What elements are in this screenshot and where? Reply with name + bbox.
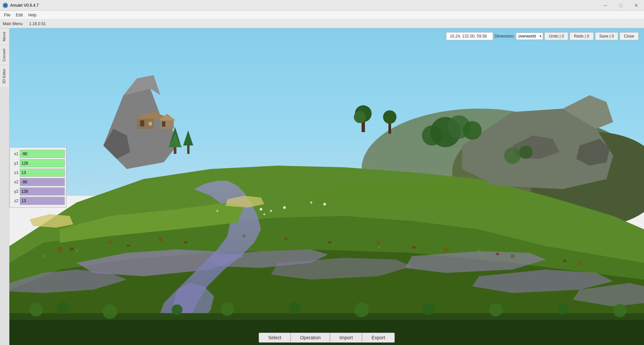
- menu-help[interactable]: Help: [25, 12, 39, 18]
- z2-input[interactable]: [20, 197, 65, 205]
- svg-rect-33: [328, 241, 331, 243]
- svg-point-66: [216, 210, 218, 212]
- svg-rect-30: [127, 244, 130, 247]
- x1-label: x1: [11, 152, 18, 156]
- menubar: File Edit Help: [0, 11, 644, 19]
- tab-about[interactable]: About: [0, 28, 9, 45]
- svg-point-87: [423, 303, 435, 315]
- tab-3d-editor[interactable]: 3D Editor: [0, 65, 9, 87]
- dimension-wrapper: overworld nether end: [516, 33, 543, 40]
- svg-point-65: [323, 203, 326, 206]
- app-icon: [3, 3, 8, 8]
- import-button[interactable]: Import: [330, 333, 363, 343]
- svg-rect-32: [284, 238, 287, 240]
- z1-input-wrapper: ▲ ▼: [20, 169, 65, 177]
- export-button[interactable]: Export: [362, 333, 395, 343]
- tab-convert[interactable]: Convert: [0, 45, 9, 65]
- svg-rect-34: [412, 246, 416, 249]
- svg-rect-73: [43, 254, 44, 257]
- svg-point-69: [422, 125, 442, 146]
- svg-rect-76: [378, 246, 380, 249]
- version-label: 1.16.0.51: [29, 21, 46, 26]
- svg-point-53: [383, 110, 396, 124]
- svg-point-81: [57, 302, 69, 314]
- maximize-button[interactable]: □: [613, 0, 629, 11]
- side-tabs: About Convert 3D Editor: [0, 28, 9, 345]
- coord-panel: x1 ▲ ▼ y1 ▲ ▼: [9, 147, 66, 208]
- y1-row: y1 ▲ ▼: [11, 159, 65, 168]
- close-button[interactable]: ✕: [629, 0, 644, 11]
- x1-input[interactable]: [20, 150, 65, 158]
- svg-point-86: [354, 302, 369, 317]
- svg-point-90: [613, 304, 627, 317]
- svg-point-25: [376, 241, 380, 245]
- x1-row: x1 ▲ ▼: [11, 150, 65, 158]
- menu-file[interactable]: File: [1, 12, 13, 18]
- svg-point-70: [463, 121, 482, 140]
- dimension-select[interactable]: overworld nether end: [516, 33, 543, 40]
- svg-rect-48: [162, 121, 165, 127]
- undo-button[interactable]: Undo | 0: [544, 32, 568, 40]
- y1-input[interactable]: [20, 160, 65, 167]
- x1-input-wrapper: ▲ ▼: [20, 150, 65, 158]
- svg-rect-45: [149, 122, 152, 125]
- menu-edit[interactable]: Edit: [13, 12, 25, 18]
- titlebar: Amulet V0.6.4.7 ─ □ ✕: [0, 0, 644, 11]
- svg-point-71: [504, 147, 521, 164]
- y1-label: y1: [11, 161, 18, 166]
- svg-point-24: [243, 234, 246, 238]
- save-button[interactable]: Save | 0: [595, 32, 619, 40]
- select-button[interactable]: Select: [259, 333, 291, 343]
- y2-row: y2 ▲ ▼: [11, 187, 65, 196]
- y2-input[interactable]: [20, 188, 65, 195]
- svg-point-89: [557, 304, 568, 314]
- top-toolbar: 10.24, 132.00, 59.58 Dimension: overworl…: [446, 32, 639, 40]
- svg-rect-36: [563, 260, 567, 262]
- x2-input[interactable]: [20, 178, 65, 186]
- svg-point-72: [519, 146, 533, 159]
- y2-label: y2: [11, 189, 18, 194]
- z1-row: z1 ▲ ▼: [11, 168, 65, 177]
- minimize-button[interactable]: ─: [598, 0, 613, 11]
- operation-button[interactable]: Operation: [290, 333, 330, 343]
- svg-point-85: [288, 302, 301, 314]
- world-render: [9, 28, 644, 345]
- svg-rect-77: [479, 249, 480, 252]
- svg-point-84: [221, 302, 234, 316]
- x2-label: x2: [11, 180, 18, 184]
- svg-point-64: [310, 202, 312, 204]
- app-title: Amulet V0.6.4.7: [10, 3, 39, 8]
- close-world-button[interactable]: Close: [620, 32, 639, 40]
- x2-input-wrapper: ▲ ▼: [20, 178, 65, 186]
- svg-rect-75: [244, 243, 246, 245]
- svg-point-26: [443, 247, 448, 252]
- svg-rect-35: [496, 253, 499, 255]
- svg-point-83: [172, 304, 182, 315]
- dimension-label: Dimension:: [494, 34, 515, 39]
- svg-point-22: [108, 241, 112, 245]
- svg-rect-29: [70, 248, 74, 250]
- bottom-toolbar: Select Operation Import Export: [9, 330, 644, 345]
- svg-point-61: [270, 210, 272, 212]
- y2-input-wrapper: ▲ ▼: [20, 187, 65, 195]
- redo-button[interactable]: Redo | 0: [570, 32, 593, 40]
- svg-point-63: [263, 213, 265, 215]
- statusbar-top: Main Menu 1.16.0.51: [0, 19, 644, 28]
- svg-point-28: [577, 261, 582, 265]
- z2-input-wrapper: ▲ ▼: [20, 197, 65, 205]
- svg-point-82: [103, 304, 117, 319]
- svg-rect-40: [187, 146, 190, 154]
- 3d-view[interactable]: 10.24, 132.00, 59.58 Dimension: overworl…: [9, 28, 644, 345]
- coordinates-display: 10.24, 132.00, 59.58: [446, 32, 493, 40]
- svg-point-27: [511, 254, 515, 258]
- z2-label: z2: [11, 198, 18, 203]
- svg-point-21: [57, 247, 62, 252]
- z1-label: z1: [11, 170, 18, 175]
- x2-row: x2 ▲ ▼: [11, 178, 65, 186]
- main-layout: About Convert 3D Editor: [0, 28, 644, 345]
- main-menu-label: Main Menu: [3, 21, 22, 26]
- svg-point-60: [260, 208, 262, 211]
- z1-input[interactable]: [20, 169, 65, 176]
- svg-point-23: [158, 237, 163, 242]
- svg-point-80: [30, 303, 43, 317]
